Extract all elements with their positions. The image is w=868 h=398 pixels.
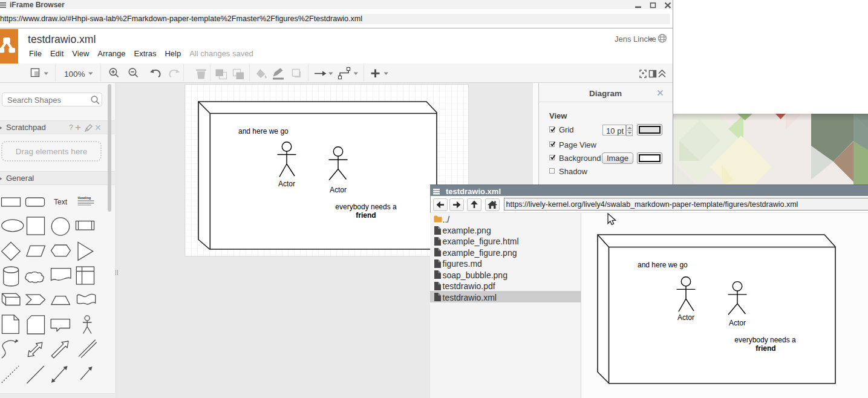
svg-text:and here we go: and here we go xyxy=(638,261,688,269)
svg-text:100%: 100% xyxy=(64,70,85,79)
svg-text:everybody needs a: everybody needs a xyxy=(734,336,796,344)
svg-text:Actor: Actor xyxy=(330,186,347,194)
svg-text:friend: friend xyxy=(356,211,376,220)
svg-text:friend: friend xyxy=(755,344,775,353)
svg-text:Actor: Actor xyxy=(728,319,745,327)
svg-text:and here we go: and here we go xyxy=(238,127,289,135)
svg-text:Actor: Actor xyxy=(677,313,694,322)
svg-text:everybody needs a: everybody needs a xyxy=(335,203,397,211)
svg-text:Heading: Heading xyxy=(78,196,91,200)
svg-text:Text: Text xyxy=(54,198,68,206)
svg-text:Actor: Actor xyxy=(278,180,295,188)
